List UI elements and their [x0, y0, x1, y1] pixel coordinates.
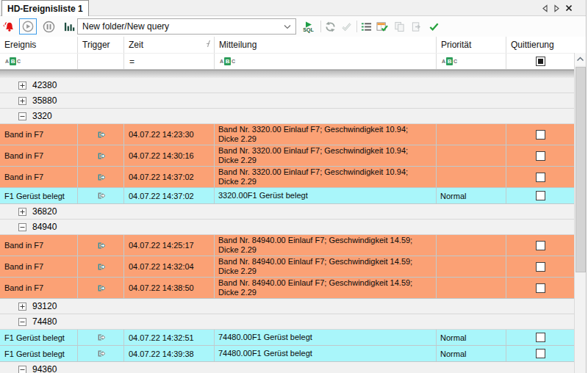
- acknowledge-checkbox[interactable]: [536, 262, 545, 272]
- cell-quittierung: [506, 235, 574, 256]
- acknowledge-checkbox[interactable]: [536, 151, 545, 161]
- trigger-out-icon: [96, 172, 107, 183]
- cell-prioritaet: [437, 145, 506, 166]
- group-row[interactable]: 93120: [0, 299, 574, 314]
- cell-quittierung: [506, 256, 574, 277]
- tab-nav: [542, 0, 573, 16]
- filter-list-icon[interactable]: [361, 21, 372, 32]
- cell-prioritaet: [437, 235, 506, 256]
- mitteilung-text: Band Nr. 3320.00 Einlauf F7; Geschwindig…: [218, 167, 429, 186]
- scrollbar-thumb[interactable]: [576, 67, 586, 272]
- group-row[interactable]: 84940: [0, 220, 574, 235]
- group-row[interactable]: 94360: [0, 362, 574, 373]
- checkbox-filter-icon[interactable]: [536, 57, 545, 66]
- cell-prioritaet: Normal: [437, 330, 506, 345]
- event-row[interactable]: F1 Gerüst belegt04.07.22 14:37:023320.00…: [0, 188, 574, 204]
- expand-icon[interactable]: [18, 82, 26, 90]
- tab-hd-ereignisliste[interactable]: HD-Ereignisliste 1: [1, 0, 89, 16]
- equals-filter: =: [129, 57, 135, 67]
- event-row[interactable]: Band in F704.07.22 14:38:50Band Nr. 8494…: [0, 278, 574, 299]
- pause-icon[interactable]: [42, 20, 56, 34]
- tab-title: HD-Ereignisliste 1: [7, 4, 83, 14]
- cell-ereignis: Band in F7: [0, 167, 78, 187]
- expand-icon[interactable]: [18, 208, 26, 216]
- cell-zeit: 04.07.22 14:25:17: [124, 235, 215, 256]
- apply-check-icon[interactable]: [429, 21, 440, 32]
- collapse-icon[interactable]: [18, 112, 26, 120]
- cell-mitteilung: 74480.00F1 Gerüst belegt: [215, 330, 437, 345]
- mitteilung-text: Band Nr. 3320.00 Einlauf F7; Geschwindig…: [218, 146, 429, 165]
- cell-mitteilung: Band Nr. 84940.00 Einlauf F7; Geschwindi…: [215, 256, 437, 277]
- column-header-trigger[interactable]: Trigger: [78, 37, 124, 53]
- cell-mitteilung: Band Nr. 3320.00 Einlauf F7; Geschwindig…: [215, 124, 437, 145]
- column-header-mitteilung[interactable]: Mitteilung: [215, 37, 437, 53]
- column-header-ereignis[interactable]: Ereignis: [0, 37, 78, 53]
- group-row[interactable]: 42380: [0, 78, 574, 93]
- expand-icon[interactable]: [18, 303, 26, 311]
- play-icon[interactable]: [19, 18, 37, 35]
- group-row[interactable]: 3320: [0, 109, 574, 124]
- acknowledge-checkbox[interactable]: [536, 241, 545, 250]
- filter-cell-trigger[interactable]: [78, 54, 124, 69]
- trigger-out-icon: [96, 151, 107, 162]
- checkbox-filter-fill: [538, 59, 543, 64]
- group-row[interactable]: 35880: [0, 93, 574, 109]
- acknowledge-checkbox[interactable]: [536, 130, 545, 140]
- column-header-quittierung[interactable]: Quittierung: [506, 37, 574, 53]
- sort-indicator-icon: [205, 40, 211, 50]
- event-row[interactable]: Band in F704.07.22 14:23:30Band Nr. 3320…: [0, 124, 574, 145]
- trigger-out-icon: [96, 283, 107, 294]
- refresh-icon[interactable]: [324, 21, 337, 33]
- chevron-down-icon: [284, 21, 291, 32]
- collapse-icon[interactable]: [18, 366, 26, 373]
- trigger-out-icon: [96, 240, 107, 251]
- filter-cell-mitteilung[interactable]: ABC: [215, 54, 437, 69]
- column-header-prioritaet[interactable]: Priorität: [437, 37, 506, 53]
- group-label: 84940: [32, 222, 57, 232]
- acknowledge-checkbox[interactable]: [536, 191, 545, 200]
- collapse-icon[interactable]: [18, 318, 26, 326]
- scroll-up-icon[interactable]: [575, 53, 586, 65]
- trigger-out-icon: [96, 261, 107, 272]
- cell-zeit: 04.07.22 14:30:16: [124, 145, 215, 166]
- mitteilung-text: Band Nr. 84940.00 Einlauf F7; Geschwindi…: [218, 236, 429, 255]
- column-check-icon[interactable]: [376, 21, 388, 32]
- acknowledge-checkbox[interactable]: [536, 283, 545, 293]
- event-row[interactable]: Band in F704.07.22 14:25:17Band Nr. 8494…: [0, 235, 574, 256]
- filter-cell-prioritaet[interactable]: ABC: [437, 54, 506, 69]
- group-row[interactable]: 74480: [0, 314, 574, 330]
- event-row[interactable]: Band in F704.07.22 14:37:02Band Nr. 3320…: [0, 167, 574, 188]
- expand-icon[interactable]: [18, 97, 26, 105]
- cell-mitteilung: Band Nr. 3320.00 Einlauf F7; Geschwindig…: [215, 145, 437, 166]
- vertical-scrollbar[interactable]: [574, 53, 586, 373]
- run-sql-icon[interactable]: SQL: [301, 21, 316, 32]
- event-row[interactable]: F1 Gerüst belegt04.07.22 14:39:3874480.0…: [0, 346, 574, 362]
- toolbar-separator: [356, 21, 357, 32]
- cell-zeit: 04.07.22 14:39:38: [124, 346, 215, 361]
- acknowledge-checkbox[interactable]: [536, 349, 545, 358]
- cell-trigger: [78, 278, 124, 298]
- filter-cell-quittierung[interactable]: [506, 54, 574, 69]
- mitteilung-text: 74480.00F1 Gerüst belegt: [218, 349, 312, 358]
- collapse-icon[interactable]: [18, 223, 26, 231]
- query-combobox[interactable]: New folder/New query: [77, 18, 296, 35]
- next-tab-icon[interactable]: [553, 4, 560, 12]
- group-row[interactable]: 36820: [0, 204, 574, 220]
- acknowledge-checkbox[interactable]: [536, 173, 545, 182]
- filter-cell-ereignis[interactable]: ABC: [0, 54, 78, 69]
- text-filter-abc-icon: ABC: [442, 57, 457, 65]
- bar-chart-icon[interactable]: [64, 21, 75, 32]
- cell-zeit: 04.07.22 14:37:02: [124, 167, 215, 187]
- acknowledge-checkbox[interactable]: [536, 333, 545, 342]
- alarm-bell-icon[interactable]: [3, 21, 15, 33]
- mitteilung-text: 74480.00F1 Gerüst belegt: [218, 333, 312, 342]
- event-row[interactable]: Band in F704.07.22 14:32:04Band Nr. 8494…: [0, 256, 574, 278]
- close-icon[interactable]: [565, 4, 573, 12]
- filter-cell-zeit[interactable]: =: [124, 54, 215, 69]
- prev-tab-icon[interactable]: [542, 4, 548, 12]
- event-row[interactable]: F1 Gerüst belegt04.07.22 14:32:5174480.0…: [0, 330, 574, 346]
- cell-prioritaet: Normal: [437, 188, 506, 203]
- cell-prioritaet: [437, 256, 506, 277]
- event-row[interactable]: Band in F704.07.22 14:30:16Band Nr. 3320…: [0, 145, 574, 167]
- column-header-zeit[interactable]: Zeit: [124, 37, 215, 53]
